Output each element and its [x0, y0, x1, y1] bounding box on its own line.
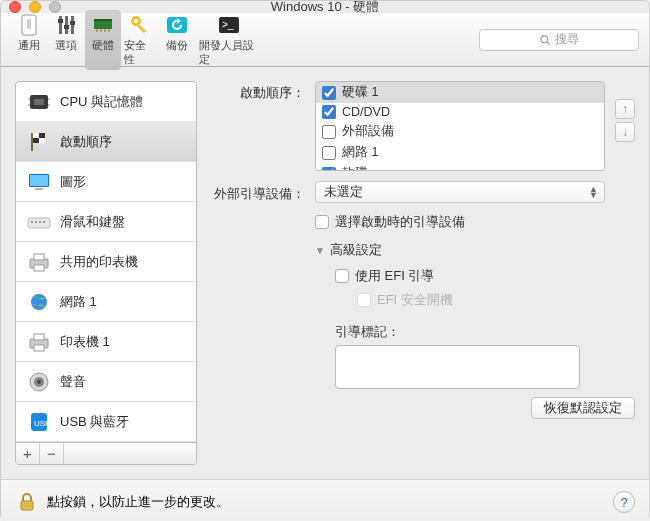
updown-icon: ▲▼: [589, 186, 598, 198]
external-boot-label: 外部引導設備：: [205, 182, 305, 203]
svg-rect-8: [94, 21, 112, 29]
tab-label: 硬體: [92, 39, 114, 53]
select-on-startup-checkbox[interactable]: [315, 215, 329, 229]
sidebar-item-sound[interactable]: 聲音: [16, 362, 196, 402]
svg-rect-33: [30, 175, 48, 186]
efi-secure-checkbox: [357, 293, 371, 307]
boot-item-label: 網路 1: [342, 144, 378, 161]
svg-point-20: [541, 35, 548, 42]
svg-rect-10: [96, 29, 98, 32]
svg-rect-34: [35, 188, 43, 190]
help-button[interactable]: ?: [613, 491, 635, 513]
sidebar-item-label: 圖形: [60, 173, 86, 191]
boot-checkbox[interactable]: [322, 167, 336, 172]
svg-rect-11: [100, 29, 102, 32]
boot-order-row: 啟動順序： 硬碟 1 CD/DVD 外部設備 網路 1 軟碟 ↑ ↓: [205, 81, 635, 171]
sidebar-footer: + −: [16, 442, 196, 464]
disclosure-triangle-icon: ▼: [315, 245, 325, 256]
svg-rect-9: [94, 19, 112, 21]
sidebar-item-mouse[interactable]: 滑鼠和鍵盤: [16, 202, 196, 242]
sidebar-item-label: 共用的印表機: [60, 253, 138, 271]
tab-label: 通用: [18, 39, 40, 53]
boot-item[interactable]: 硬碟 1: [316, 82, 604, 103]
search-icon: [539, 34, 551, 46]
boot-checkbox[interactable]: [322, 125, 336, 139]
boot-checkbox[interactable]: [322, 105, 336, 119]
boot-checkbox[interactable]: [322, 146, 336, 160]
svg-rect-2: [59, 16, 62, 34]
svg-rect-13: [108, 29, 110, 32]
sidebar-item-network1[interactable]: 網路 1: [16, 282, 196, 322]
globe-icon: [26, 291, 52, 313]
boot-item-label: 硬碟 1: [342, 84, 378, 101]
tab-hardware[interactable]: 硬體: [85, 10, 121, 70]
sidebar-item-label: 啟動順序: [60, 133, 112, 151]
svg-rect-5: [58, 19, 63, 23]
sidebar-item-label: CPU 與記憶體: [60, 93, 143, 111]
lock-icon[interactable]: [15, 490, 39, 514]
select-on-startup-label: 選擇啟動時的引導設備: [335, 213, 465, 231]
remove-button[interactable]: −: [40, 443, 64, 464]
svg-rect-36: [31, 221, 33, 223]
tab-label: 開發人員設定: [199, 39, 259, 67]
boot-item-label: 軟碟: [342, 165, 368, 171]
boot-item[interactable]: 網路 1: [316, 142, 604, 163]
move-up-button[interactable]: ↑: [615, 99, 635, 119]
boot-item-label: CD/DVD: [342, 105, 390, 119]
sidebar-item-printer1[interactable]: 印表機 1: [16, 322, 196, 362]
keyboard-icon: [26, 211, 52, 233]
sidebar-list: CPU 與記憶體 啟動順序 圖形 滑鼠和鍵盤 共用的印表機: [16, 82, 196, 442]
boot-item[interactable]: 外部設備: [316, 121, 604, 142]
window-title: Windows 10 - 硬體: [1, 0, 649, 16]
sidebar-item-label: 網路 1: [60, 293, 97, 311]
move-down-button[interactable]: ↓: [615, 122, 635, 142]
tab-options[interactable]: 選項: [48, 10, 84, 70]
tab-general[interactable]: 通用: [11, 10, 47, 70]
tab-label: 安全性: [124, 39, 156, 67]
efi-secure-row: EFI 安全開機: [357, 291, 635, 309]
sidebar-item-usb-bt[interactable]: USB USB 與藍牙: [16, 402, 196, 442]
boot-flags-textarea[interactable]: [335, 345, 580, 389]
svg-rect-6: [64, 25, 69, 29]
tab-backup[interactable]: 備份: [159, 10, 195, 70]
boot-flags-label: 引導標記：: [335, 323, 635, 341]
printer-icon: [26, 331, 52, 353]
display-icon: [26, 171, 52, 193]
sidebar-item-label: USB 與藍牙: [60, 413, 129, 431]
tab-label: 備份: [166, 39, 188, 53]
svg-rect-37: [35, 221, 37, 223]
boot-order-list[interactable]: 硬碟 1 CD/DVD 外部設備 網路 1 軟碟: [315, 81, 605, 171]
svg-text:USB: USB: [34, 419, 50, 428]
tab-devtools[interactable]: >_ 開發人員設定: [197, 10, 261, 70]
svg-point-49: [37, 380, 41, 384]
speaker-icon: [26, 371, 52, 393]
boot-checkbox[interactable]: [322, 86, 336, 100]
boot-item[interactable]: 軟碟: [316, 163, 604, 171]
sidebar-item-cpu[interactable]: CPU 與記憶體: [16, 82, 196, 122]
external-boot-row: 外部引導設備： 未選定 ▲▼: [205, 181, 635, 203]
boot-item[interactable]: CD/DVD: [316, 103, 604, 121]
cpu-icon: [26, 91, 52, 113]
sidebar-item-boot[interactable]: 啟動順序: [16, 122, 196, 162]
search-field[interactable]: 搜尋: [479, 29, 639, 51]
sidebar-item-graphics[interactable]: 圖形: [16, 162, 196, 202]
svg-rect-41: [34, 254, 44, 260]
lock-text: 點按鎖，以防止進一步的更改。: [47, 493, 229, 511]
advanced-disclosure[interactable]: ▼ 高級設定: [315, 241, 635, 259]
svg-point-43: [31, 294, 47, 310]
svg-rect-39: [43, 221, 45, 223]
svg-rect-45: [34, 334, 44, 340]
advanced-label: 高級設定: [330, 241, 382, 259]
sidebar-item-shared-printers[interactable]: 共用的印表機: [16, 242, 196, 282]
tab-label: 選項: [55, 39, 77, 53]
efi-label: 使用 EFI 引導: [355, 267, 434, 285]
svg-rect-42: [34, 265, 44, 271]
chip-icon: [91, 13, 115, 37]
content-area: CPU 與記憶體 啟動順序 圖形 滑鼠和鍵盤 共用的印表機: [1, 67, 649, 479]
restore-defaults-button[interactable]: 恢復默認設定: [531, 397, 635, 419]
svg-rect-31: [39, 138, 45, 143]
tab-security[interactable]: 安全性: [122, 10, 158, 70]
external-boot-select[interactable]: 未選定 ▲▼: [315, 181, 605, 203]
add-button[interactable]: +: [16, 443, 40, 464]
efi-checkbox[interactable]: [335, 269, 349, 283]
